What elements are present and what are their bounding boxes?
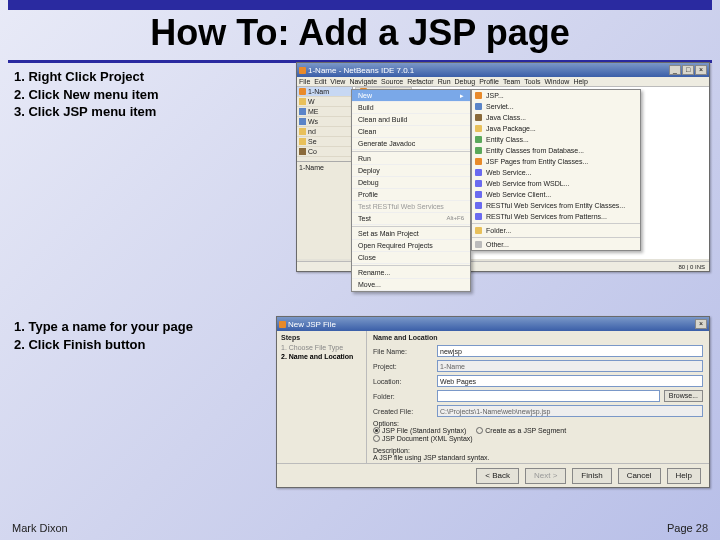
- author: Mark Dixon: [12, 522, 68, 534]
- folder-icon: [299, 138, 306, 145]
- instructions-top: 1. Right Click Project 2. Click New menu…: [14, 68, 159, 121]
- submenu-item[interactable]: Web Service...: [472, 167, 640, 178]
- submenu-item[interactable]: Java Class...: [472, 112, 640, 123]
- slide-title: How To: Add a JSP page: [8, 12, 712, 63]
- filename-label: File Name:: [373, 348, 433, 355]
- project-icon: [299, 88, 306, 95]
- slide-footer: Mark Dixon Page 28: [12, 522, 708, 534]
- dialog-buttons: < BackNext >FinishCancelHelp: [277, 463, 709, 487]
- new-jsp-dialog: New JSP File × Steps 1. Choose File Type…: [276, 316, 710, 488]
- created-label: Created File:: [373, 408, 433, 415]
- folder-input[interactable]: [437, 390, 660, 402]
- options-group: Options: JSP File (Standard Syntax) Crea…: [373, 420, 703, 443]
- submenu-item[interactable]: Folder...: [472, 225, 640, 236]
- context-menu[interactable]: New▸BuildClean and BuildCleanGenerate Ja…: [351, 89, 471, 292]
- slide-top-rule: [8, 0, 712, 10]
- submenu-item[interactable]: RESTful Web Services from Entity Classes…: [472, 200, 640, 211]
- dialog-button-next: Next >: [525, 468, 566, 484]
- description-label: Description:: [373, 447, 703, 454]
- submenu-item[interactable]: Web Service Client...: [472, 189, 640, 200]
- created-file-input: C:\Projects\1-Name\web\newjsp.jsp: [437, 405, 703, 417]
- sidebar-item[interactable]: Co: [297, 147, 352, 157]
- context-menu-item[interactable]: New▸: [352, 90, 470, 102]
- submenu-item[interactable]: Java Package...: [472, 123, 640, 134]
- context-menu-item[interactable]: Profile: [352, 189, 470, 201]
- page-number: Page 28: [667, 522, 708, 534]
- context-menu-item[interactable]: Rename...: [352, 267, 470, 279]
- close-button[interactable]: ×: [695, 319, 707, 329]
- option-segment[interactable]: Create as a JSP Segment: [476, 427, 566, 434]
- netbeans-icon: [299, 67, 306, 74]
- new-submenu[interactable]: JSP...Servlet...Java Class...Java Packag…: [471, 89, 641, 251]
- folder-icon: [299, 118, 306, 125]
- sidebar-item[interactable]: W: [297, 97, 352, 107]
- sidebar-footer: 1-Name: [297, 161, 352, 173]
- context-menu-item[interactable]: Move...: [352, 279, 470, 291]
- submenu-item[interactable]: RESTful Web Services from Patterns...: [472, 211, 640, 222]
- context-menu-item[interactable]: Debug: [352, 177, 470, 189]
- location-label: Location:: [373, 378, 433, 385]
- netbeans-window: 1-Name - NetBeans IDE 7.0.1 _ □ × FileEd…: [296, 62, 710, 272]
- sidebar-item-project[interactable]: 1-Nam: [297, 87, 352, 97]
- context-menu-item[interactable]: Build: [352, 102, 470, 114]
- option-xml[interactable]: JSP Document (XML Syntax): [373, 435, 473, 442]
- titlebar: 1-Name - NetBeans IDE 7.0.1 _ □ ×: [297, 63, 709, 77]
- wizard-step-current: 2. Name and Location: [281, 353, 362, 360]
- context-menu-item[interactable]: Test RESTful Web Services: [352, 201, 470, 213]
- minimize-button[interactable]: _: [669, 65, 681, 75]
- maximize-button[interactable]: □: [682, 65, 694, 75]
- wizard-steps: Steps 1. Choose File Type 2. Name and Lo…: [277, 331, 367, 463]
- radio-icon: [476, 427, 483, 434]
- sidebar-item[interactable]: Ws: [297, 117, 352, 127]
- context-menu-item[interactable]: Close: [352, 252, 470, 264]
- sidebar-item[interactable]: Se: [297, 137, 352, 147]
- dialog-button-finish[interactable]: Finish: [572, 468, 611, 484]
- context-menu-item[interactable]: TestAlt+F6: [352, 213, 470, 225]
- wizard-step: 1. Choose File Type: [281, 344, 362, 351]
- close-button[interactable]: ×: [695, 65, 707, 75]
- folder-icon: [299, 98, 306, 105]
- instructions-bottom: 1. Type a name for your page 2. Click Fi…: [14, 318, 193, 353]
- wizard-form: Name and Location File Name:newjsp Proje…: [367, 331, 709, 463]
- context-menu-item[interactable]: Set as Main Project: [352, 228, 470, 240]
- submenu-item[interactable]: Other...: [472, 239, 640, 250]
- context-menu-item[interactable]: Clean: [352, 126, 470, 138]
- context-menu-item[interactable]: Generate Javadoc: [352, 138, 470, 150]
- folder-icon: [299, 108, 306, 115]
- project-label: Project:: [373, 363, 433, 370]
- folder-icon: [299, 148, 306, 155]
- submenu-item[interactable]: JSP...: [472, 90, 640, 101]
- submenu-item[interactable]: Entity Classes from Database...: [472, 145, 640, 156]
- project-sidebar[interactable]: 1-Nam W ME Ws nd Se Co 1-Name: [297, 87, 353, 259]
- browse-button[interactable]: Browse...: [664, 390, 703, 402]
- submenu-item[interactable]: Web Service from WSDL...: [472, 178, 640, 189]
- location-select[interactable]: Web Pages: [437, 375, 703, 387]
- folder-label: Folder:: [373, 393, 433, 400]
- filename-input[interactable]: newjsp: [437, 345, 703, 357]
- sidebar-item[interactable]: ME: [297, 107, 352, 117]
- context-menu-item[interactable]: Clean and Build: [352, 114, 470, 126]
- context-menu-item[interactable]: Run: [352, 153, 470, 165]
- sidebar-item[interactable]: nd: [297, 127, 352, 137]
- dialog-button-back[interactable]: < Back: [476, 468, 519, 484]
- jsp-icon: [279, 321, 286, 328]
- menubar[interactable]: FileEditViewNavigateSourceRefactorRunDeb…: [297, 77, 709, 87]
- option-standard[interactable]: JSP File (Standard Syntax): [373, 427, 466, 434]
- submenu-item[interactable]: Entity Class...: [472, 134, 640, 145]
- folder-icon: [299, 128, 306, 135]
- context-menu-item[interactable]: Open Required Projects: [352, 240, 470, 252]
- context-menu-item[interactable]: Deploy: [352, 165, 470, 177]
- project-input: 1-Name: [437, 360, 703, 372]
- radio-icon: [373, 435, 380, 442]
- dialog-titlebar: New JSP File ×: [277, 317, 709, 331]
- radio-icon: [373, 427, 380, 434]
- submenu-item[interactable]: Servlet...: [472, 101, 640, 112]
- dialog-button-cancel[interactable]: Cancel: [618, 468, 661, 484]
- submenu-item[interactable]: JSF Pages from Entity Classes...: [472, 156, 640, 167]
- dialog-button-help[interactable]: Help: [667, 468, 701, 484]
